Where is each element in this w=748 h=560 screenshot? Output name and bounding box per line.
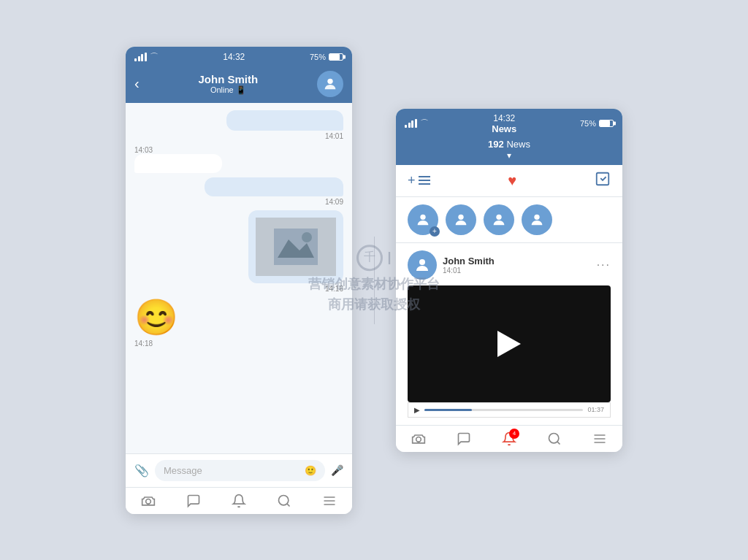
nav-search[interactable] — [277, 494, 291, 508]
nav-menu[interactable] — [322, 494, 337, 508]
back-button[interactable]: ‹ — [134, 75, 140, 92]
post-avatar[interactable] — [408, 250, 437, 280]
contact-name: John Smith — [140, 73, 317, 85]
news-time-area: 14:32 News — [429, 113, 580, 134]
nav-chat[interactable] — [186, 494, 201, 508]
news-nav-camera[interactable] — [411, 431, 426, 446]
message-row-1: 14:01 — [134, 110, 343, 140]
svg-line-6 — [287, 503, 290, 506]
message-bubble-received-1 — [134, 154, 222, 173]
wifi-icon: ⌒ — [150, 51, 159, 64]
news-count-bar: 192 News ▾ — [396, 137, 622, 165]
phone-icon: 📱 — [236, 85, 246, 95]
news-signal-icon — [405, 119, 417, 128]
chat-time-area: 14:32 — [159, 52, 310, 62]
chat-battery-area: 75% — [310, 53, 343, 61]
news-status-left: ⌒ — [405, 118, 429, 130]
message-row-2: 14:03 — [134, 145, 343, 173]
news-wifi-icon: ⌒ — [420, 118, 429, 130]
post-options-button[interactable]: ··· — [597, 258, 611, 272]
nav-bell[interactable] — [232, 494, 246, 508]
add-list-button[interactable]: + — [408, 173, 430, 188]
friends-row: + — [396, 197, 622, 243]
mic-icon[interactable]: 🎤 — [331, 464, 343, 476]
message-input[interactable]: Message 🙂 — [155, 460, 325, 481]
news-title: News — [429, 123, 580, 134]
divider — [374, 237, 375, 324]
news-post: John Smith 14:01 ··· ▶ 01:37 — [396, 243, 622, 425]
video-progress-fill — [424, 409, 472, 411]
msg-time-4: 14:16 — [325, 285, 343, 293]
video-progress-bar[interactable] — [424, 409, 583, 411]
svg-point-4 — [146, 499, 151, 504]
news-battery-area: 75% — [580, 119, 614, 128]
video-controls: ▶ 01:37 — [408, 402, 611, 418]
news-battery-icon — [599, 120, 614, 127]
image-placeholder — [256, 218, 336, 276]
post-user-name: John Smith — [443, 256, 495, 266]
message-image-bubble — [248, 210, 343, 283]
news-bottom-nav: 4 — [396, 425, 622, 452]
contact-avatar[interactable] — [317, 71, 343, 97]
chevron-down-icon[interactable]: ▾ — [396, 150, 622, 161]
battery-icon — [329, 53, 343, 61]
chat-header: ‹ John Smith Online 📱 — [126, 66, 352, 103]
svg-point-5 — [279, 495, 289, 505]
watermark-divider-text: | — [387, 247, 391, 268]
svg-point-20 — [549, 433, 559, 442]
svg-point-14 — [420, 214, 425, 219]
svg-rect-10 — [419, 176, 430, 177]
svg-point-17 — [534, 214, 539, 219]
contact-info: John Smith Online 📱 — [140, 73, 317, 95]
message-row-4: 14:16 — [134, 210, 343, 293]
play-button[interactable] — [497, 331, 521, 357]
svg-point-15 — [458, 214, 463, 219]
news-nav-chat[interactable] — [457, 431, 471, 446]
online-status: Online 📱 — [140, 85, 317, 95]
battery-percent: 75% — [310, 53, 326, 61]
chat-time: 14:32 — [159, 52, 310, 62]
chat-bottom-nav — [126, 487, 352, 514]
emoji-input-icon[interactable]: 🙂 — [305, 465, 316, 476]
msg-time-5: 14:18 — [134, 340, 153, 348]
video-play-icon[interactable]: ▶ — [414, 406, 420, 414]
online-text: Online — [210, 85, 234, 94]
bell-badge: 4 — [509, 429, 519, 439]
svg-point-3 — [302, 232, 312, 242]
news-toolbar: + ♥ — [396, 165, 622, 197]
news-nav-search[interactable] — [547, 431, 562, 446]
phones-container: ⌒ 14:32 75% ‹ John Smith Online 📱 — [126, 47, 622, 514]
friend-avatar-1[interactable] — [446, 204, 476, 235]
attach-icon[interactable]: 📎 — [134, 464, 149, 477]
friend-avatar-2[interactable] — [484, 204, 514, 235]
friend-avatar-add[interactable]: + — [408, 204, 438, 235]
chat-input-area: 📎 Message 🙂 🎤 — [126, 453, 352, 487]
news-label: News — [506, 139, 530, 150]
svg-rect-13 — [597, 172, 609, 185]
news-nav-menu[interactable] — [592, 431, 607, 446]
svg-point-18 — [419, 259, 425, 265]
post-user-details: John Smith 14:01 — [443, 256, 495, 275]
signal-icon — [134, 53, 147, 61]
news-nav-bell[interactable]: 4 — [502, 431, 516, 446]
post-user-info: John Smith 14:01 — [408, 250, 495, 280]
post-header: John Smith 14:01 ··· — [408, 250, 611, 280]
check-button[interactable] — [595, 171, 611, 191]
message-bubble-sent-1 — [226, 110, 343, 131]
chat-phone: ⌒ 14:32 75% ‹ John Smith Online 📱 — [126, 47, 352, 514]
msg-time-2: 14:03 — [134, 146, 153, 154]
video-player[interactable] — [408, 285, 611, 402]
plus-icon: + — [408, 173, 416, 188]
add-friend-icon: + — [430, 226, 440, 237]
msg-time-3: 14:09 — [325, 198, 343, 206]
heart-icon[interactable]: ♥ — [508, 172, 516, 189]
video-time: 01:37 — [587, 406, 604, 413]
chat-body: 14:01 14:03 14:09 — [126, 103, 352, 453]
watermark-circle: 千 — [356, 245, 383, 271]
chat-status-bar: ⌒ 14:32 75% — [126, 47, 352, 66]
friend-avatar-3[interactable] — [522, 204, 552, 235]
message-row-5: 😊 14:18 — [134, 297, 343, 348]
nav-camera[interactable] — [141, 494, 156, 508]
svg-rect-12 — [419, 183, 430, 185]
emoji-bubble: 😊 — [134, 297, 178, 338]
